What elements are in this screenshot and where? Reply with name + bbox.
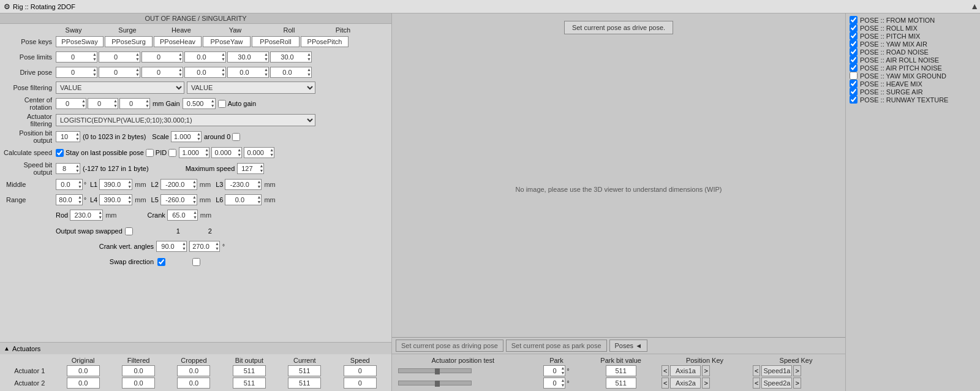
set-driving-pose-button[interactable]: Set current pose as driving pose [396, 340, 503, 352]
down-arrow[interactable]: ▼ [307, 57, 311, 62]
pos-key-input-1[interactable] [670, 365, 701, 376]
pose-checkbox-pose_roll_mix[interactable] [850, 24, 858, 32]
pose-checkbox-pose_from_motion[interactable] [850, 16, 858, 24]
pose-limit-roll[interactable] [227, 51, 269, 63]
up-arrow[interactable]: ▲ [78, 195, 82, 200]
drive-pose-roll[interactable] [227, 67, 269, 78]
set-drive-pose-button[interactable]: Set current pose as drive pose. [564, 21, 673, 34]
up-arrow[interactable]: ▲ [127, 180, 132, 184]
down-arrow[interactable]: ▼ [561, 371, 565, 376]
down-arrow[interactable]: ▼ [75, 137, 80, 142]
pose-checkbox-pose_pitch_mix[interactable] [850, 32, 858, 40]
down-arrow[interactable]: ▼ [178, 72, 183, 77]
pose-checkbox-pose_air_roll_noise[interactable] [850, 56, 858, 64]
up-arrow[interactable]: ▲ [178, 67, 183, 72]
down-arrow[interactable]: ▼ [264, 72, 268, 77]
drive-pose-yaw[interactable] [184, 67, 226, 78]
actuator-filtered-1[interactable] [122, 365, 155, 376]
l3-val[interactable] [225, 179, 262, 190]
down-arrow[interactable]: ▼ [78, 200, 82, 205]
pose-checkbox-pose_air_pitch_noise[interactable] [850, 64, 858, 72]
up-arrow[interactable]: ▲ [205, 148, 209, 153]
speed-key-nav-right-2[interactable]: > [793, 378, 801, 389]
up-arrow[interactable]: ▲ [145, 99, 149, 104]
park-bit-val-2[interactable] [606, 378, 636, 389]
actuator-filtered-2[interactable] [122, 378, 155, 389]
pos-key-nav-right-2[interactable]: > [702, 378, 709, 389]
up-arrow[interactable]: ▲ [193, 210, 197, 215]
down-arrow[interactable]: ▼ [78, 184, 82, 189]
down-arrow[interactable]: ▼ [135, 72, 140, 77]
up-arrow[interactable]: ▲ [113, 99, 118, 104]
actuator-cropped-1[interactable] [177, 365, 210, 376]
pose-key-yaw[interactable] [203, 36, 251, 47]
down-arrow[interactable]: ▼ [75, 169, 80, 173]
up-arrow[interactable]: ▲ [561, 378, 565, 383]
down-arrow[interactable]: ▼ [307, 72, 311, 77]
up-arrow[interactable]: ▲ [561, 366, 565, 371]
swap-dir-check1[interactable] [157, 258, 165, 266]
up-arrow[interactable]: ▲ [221, 52, 225, 57]
actuator-bitoutput-2[interactable] [233, 378, 266, 389]
auto-gain-checkbox[interactable] [218, 100, 226, 108]
down-arrow[interactable]: ▼ [135, 57, 140, 62]
down-arrow[interactable]: ▼ [92, 57, 97, 62]
up-arrow[interactable]: ▲ [221, 67, 225, 72]
down-arrow[interactable]: ▼ [561, 383, 565, 388]
calculate-speed-checkbox[interactable] [56, 149, 64, 157]
pose-key-sway[interactable] [56, 36, 104, 47]
pose-key-heave[interactable] [154, 36, 202, 47]
down-arrow[interactable]: ▼ [182, 246, 186, 251]
up-arrow[interactable]: ▲ [127, 195, 132, 200]
down-arrow[interactable]: ▼ [127, 184, 132, 189]
down-arrow[interactable]: ▼ [145, 104, 149, 108]
up-arrow[interactable]: ▲ [98, 210, 102, 215]
down-arrow[interactable]: ▼ [259, 169, 263, 173]
drive-pose-heave[interactable] [141, 67, 183, 78]
down-arrow[interactable]: ▼ [221, 57, 225, 62]
up-arrow[interactable]: ▲ [237, 148, 241, 153]
down-arrow[interactable]: ▼ [270, 153, 274, 158]
down-arrow[interactable]: ▼ [257, 184, 261, 189]
pose-limit-heave[interactable] [141, 51, 183, 63]
speed-key-input-1[interactable] [761, 365, 792, 376]
up-arrow[interactable]: ▲ [264, 52, 268, 57]
actuator-slider-thumb-2[interactable] [435, 381, 440, 387]
up-arrow[interactable]: ▲ [92, 52, 97, 57]
park-bit-val-1[interactable] [606, 365, 636, 376]
pose-checkbox-pose_runway_texture[interactable] [850, 96, 858, 104]
speed-key-nav-left-2[interactable]: < [753, 378, 760, 389]
up-arrow[interactable]: ▲ [257, 195, 261, 200]
up-arrow[interactable]: ▲ [75, 132, 80, 137]
actuator-current-2[interactable] [288, 378, 321, 389]
up-arrow[interactable]: ▲ [135, 67, 140, 72]
set-park-pose-button[interactable]: Set current pose as park pose [506, 340, 607, 352]
pose-checkbox-pose_heave_mix[interactable] [850, 80, 858, 88]
actuator-slider-thumb-1[interactable] [435, 368, 440, 374]
pos-key-input-2[interactable] [670, 378, 701, 389]
actuator-cropped-2[interactable] [177, 378, 210, 389]
down-arrow[interactable]: ▼ [215, 246, 219, 251]
pose-limit-pitch[interactable] [270, 51, 312, 63]
actuator-original-1[interactable] [67, 365, 100, 376]
up-arrow[interactable]: ▲ [192, 195, 197, 200]
down-arrow[interactable]: ▼ [264, 57, 268, 62]
actuator-original-2[interactable] [67, 378, 100, 389]
up-arrow[interactable]: ▲ [192, 180, 197, 184]
pid-checkbox[interactable] [168, 149, 176, 157]
down-arrow[interactable]: ▼ [193, 215, 197, 220]
actuator-speed-1[interactable] [344, 365, 377, 376]
pos-key-nav-left-2[interactable]: < [662, 378, 669, 389]
down-arrow[interactable]: ▼ [81, 104, 86, 108]
swap-dir-check2[interactable] [192, 258, 200, 266]
up-arrow[interactable]: ▲ [259, 164, 263, 169]
l6-val[interactable] [225, 194, 262, 205]
pose-limit-yaw[interactable] [184, 51, 226, 63]
pose-limit-surge[interactable] [99, 51, 140, 63]
down-arrow[interactable]: ▼ [113, 104, 118, 108]
down-arrow[interactable]: ▼ [98, 215, 102, 220]
up-arrow[interactable]: ▲ [270, 148, 274, 153]
up-arrow[interactable]: ▲ [81, 99, 86, 104]
stay-on-checkbox[interactable] [146, 149, 154, 157]
actuator-slider-track-2[interactable] [398, 381, 472, 385]
